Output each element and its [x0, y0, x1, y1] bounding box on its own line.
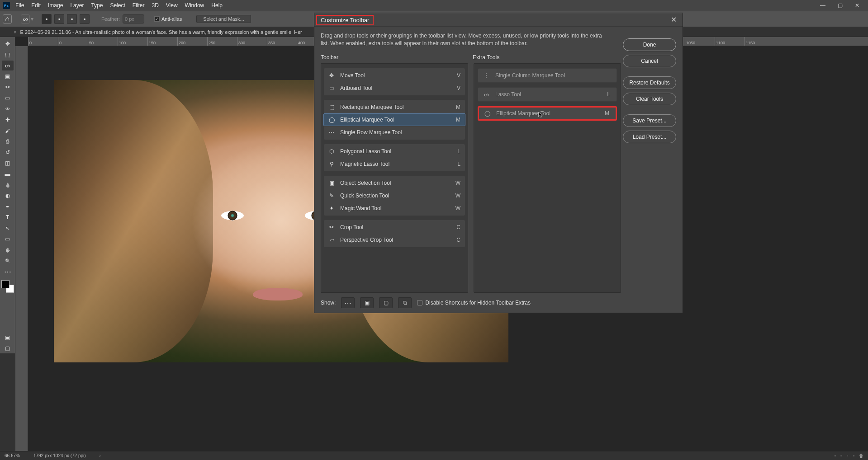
show-screenmode-button[interactable]: ▢ — [379, 297, 393, 308]
status-icon[interactable]: ▫ — [840, 453, 842, 458]
clear-tools-button[interactable]: Clear Tools — [623, 93, 676, 105]
menu-window[interactable]: Window — [181, 0, 208, 11]
tool-group[interactable]: Crop ToolCPerspective Crop ToolC — [324, 220, 465, 247]
menu-3d[interactable]: 3D — [148, 0, 162, 11]
home-button[interactable] — [3, 14, 12, 23]
cancel-button[interactable]: Cancel — [623, 55, 676, 67]
ruler-mark: 50 — [88, 37, 118, 46]
color-swatch[interactable] — [1, 280, 14, 293]
close-window-button[interactable]: ✕ — [849, 0, 865, 11]
document-tab-title[interactable]: E 2024-05-29 21.01.06 - An ultra-realist… — [20, 29, 302, 35]
tool-move[interactable] — [2, 39, 14, 49]
restore-defaults-button[interactable]: Restore Defaults — [623, 76, 676, 89]
show-screenmode2-button[interactable]: ⧉ — [398, 297, 412, 308]
tool-shortcut: C — [456, 224, 460, 230]
wand-icon — [327, 204, 336, 212]
status-icon[interactable]: ▫ — [847, 453, 849, 458]
tool-row-single-row-marquee-tool[interactable]: Single Row Marquee Tool — [324, 126, 465, 139]
tool-crop[interactable] — [2, 82, 14, 92]
menu-help[interactable]: Help — [208, 0, 226, 11]
tool-eraser[interactable] — [2, 158, 14, 168]
tool-zoom[interactable] — [2, 256, 14, 266]
tool-shape[interactable] — [2, 234, 14, 244]
tool-row-polygonal-lasso-tool[interactable]: Polygonal Lasso ToolL — [324, 145, 465, 158]
tool-dodge[interactable]: ◐ — [2, 191, 14, 201]
status-icon[interactable]: 🗑 — [859, 453, 863, 458]
status-icon[interactable]: ▫ — [853, 453, 854, 458]
feather-input[interactable] — [123, 14, 144, 23]
tool-frame[interactable]: ▭ — [2, 93, 14, 103]
tool-hand[interactable] — [2, 245, 14, 255]
toolbar-list[interactable]: Move ToolVArtboard ToolVRectangular Marq… — [321, 63, 468, 293]
tool-row-quick-selection-tool[interactable]: Quick Selection ToolW — [324, 189, 465, 202]
selection-add-button[interactable]: ▪ — [54, 14, 64, 24]
status-icon[interactable]: ▫ — [835, 453, 836, 458]
active-tool-icon[interactable] — [21, 14, 30, 23]
quick-mask-button[interactable]: ▣ — [2, 333, 14, 343]
extra-tools-list[interactable]: Single Column Marquee ToolLasso ToolLEll… — [474, 63, 621, 293]
menu-view[interactable]: View — [162, 0, 181, 11]
tool-row-elliptical-marquee-tool[interactable]: Elliptical Marquee ToolM — [323, 113, 465, 126]
tool-eyedropper[interactable] — [2, 104, 14, 114]
tool-group[interactable]: Object Selection ToolWQuick Selection To… — [324, 176, 465, 216]
extra-row-single-column-marquee-tool[interactable]: Single Column Marquee Tool — [478, 68, 617, 83]
tab-close-icon[interactable]: × — [14, 29, 16, 35]
tool-brush[interactable] — [2, 126, 14, 136]
tool-row-move-tool[interactable]: Move ToolV — [324, 69, 465, 82]
selection-new-button[interactable]: ▪ — [42, 14, 52, 24]
screen-mode-button[interactable]: ▢ — [2, 343, 14, 353]
menu-edit[interactable]: Edit — [28, 0, 44, 11]
tool-row-rectangular-marquee-tool[interactable]: Rectangular Marquee ToolM — [324, 101, 465, 113]
menu-layer[interactable]: Layer — [66, 0, 87, 11]
tool-stamp[interactable] — [2, 136, 14, 146]
disable-shortcuts-checkbox[interactable]: Disable Shortcuts for Hidden Toolbar Ext… — [417, 300, 531, 306]
tool-row-magnetic-lasso-tool[interactable]: Magnetic Lasso ToolL — [324, 158, 465, 170]
tool-row-perspective-crop-tool[interactable]: Perspective Crop ToolC — [324, 234, 465, 246]
selection-intersect-button[interactable]: ▪ — [80, 14, 90, 24]
tool-row-artboard-tool[interactable]: Artboard ToolV — [324, 82, 465, 94]
save-preset-button[interactable]: Save Preset... — [623, 114, 676, 127]
tool-row-crop-tool[interactable]: Crop ToolC — [324, 221, 465, 234]
extra-row-lasso-tool[interactable]: Lasso ToolL — [478, 87, 617, 102]
tool-object-select[interactable] — [2, 71, 14, 81]
tool-edit-toolbar[interactable] — [2, 267, 14, 277]
tool-shortcut: M — [605, 110, 609, 117]
selection-subtract-button[interactable]: ▪ — [67, 14, 77, 24]
doc-info[interactable]: 1792 pxx 1024 px (72 ppi) — [33, 453, 86, 458]
tool-group[interactable]: Rectangular Marquee ToolMElliptical Marq… — [324, 100, 465, 140]
dialog-close-button[interactable]: ✕ — [669, 15, 678, 24]
tool-marquee[interactable] — [2, 50, 14, 60]
tool-pen[interactable] — [2, 202, 14, 211]
tool-group[interactable]: Polygonal Lasso ToolLMagnetic Lasso Tool… — [324, 144, 465, 171]
foreground-color-swatch[interactable] — [1, 280, 9, 288]
tool-row-object-selection-tool[interactable]: Object Selection ToolW — [324, 177, 465, 189]
tool-heal[interactable]: ✚ — [2, 115, 14, 125]
tool-shortcut: W — [455, 205, 460, 211]
tool-gradient[interactable] — [2, 169, 14, 179]
tool-row-magic-wand-tool[interactable]: Magic Wand ToolW — [324, 202, 465, 215]
tool-type[interactable] — [2, 212, 14, 222]
menu-type[interactable]: Type — [87, 0, 106, 11]
vertical-toolbox: ▭ ✚ ↺ ◐ ▣ ▢ — [0, 37, 15, 353]
show-overflow-button[interactable] — [341, 297, 355, 308]
show-quickmask-button[interactable]: ▣ — [360, 297, 374, 308]
tool-group[interactable]: Move ToolVArtboard ToolV — [324, 68, 465, 95]
tool-label: Perspective Crop Tool — [340, 237, 452, 243]
tool-history-brush[interactable]: ↺ — [2, 147, 14, 157]
menu-image[interactable]: Image — [44, 0, 66, 11]
load-preset-button[interactable]: Load Preset... — [623, 131, 676, 143]
menu-select[interactable]: Select — [106, 0, 128, 11]
tool-lasso[interactable] — [2, 61, 14, 70]
done-button[interactable]: Done — [623, 38, 676, 51]
tool-label: Single Row Marquee Tool — [340, 129, 456, 136]
select-and-mask-button[interactable]: Select and Mask... — [196, 15, 251, 23]
menu-file[interactable]: File — [12, 0, 28, 11]
extra-row-elliptical-marquee-tool[interactable]: Elliptical Marquee ToolM — [478, 106, 617, 121]
maximize-button[interactable]: ▢ — [832, 0, 848, 11]
tool-blur[interactable] — [2, 180, 14, 190]
minimize-button[interactable]: — — [815, 0, 831, 11]
menu-filter[interactable]: Filter — [129, 0, 148, 11]
zoom-level[interactable]: 66.67% — [5, 453, 20, 458]
antialias-checkbox[interactable]: ✓ Anti-alias — [154, 16, 182, 22]
tool-path-select[interactable] — [2, 223, 14, 233]
